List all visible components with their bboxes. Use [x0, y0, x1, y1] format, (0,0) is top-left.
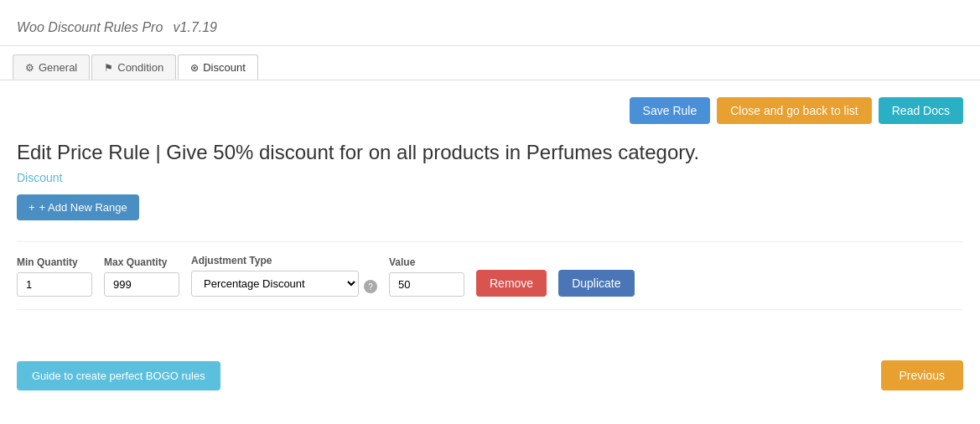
- action-buttons-row: Save Rule Close and go back to list Read…: [17, 97, 963, 124]
- app-title: Woo Discount Rules Pro v1.7.19: [17, 15, 963, 37]
- duplicate-button[interactable]: Duplicate: [558, 270, 634, 297]
- value-group: Value: [389, 256, 464, 297]
- tab-discount-label: Discount: [203, 61, 246, 74]
- min-quantity-group: Min Quantity: [17, 256, 92, 297]
- max-quantity-group: Max Quantity: [104, 256, 179, 297]
- value-label: Value: [389, 256, 464, 268]
- tab-discount[interactable]: ⊛ Discount: [178, 54, 258, 80]
- condition-icon: ⚑: [104, 62, 113, 74]
- min-quantity-label: Min Quantity: [17, 256, 92, 268]
- tab-general-label: General: [39, 61, 77, 74]
- help-icon[interactable]: ?: [364, 280, 377, 293]
- adjustment-type-group: Adjustment Type Percentage Discount Fixe…: [191, 255, 359, 297]
- adjustment-type-select[interactable]: Percentage Discount Fixed Discount Fixed…: [191, 271, 359, 297]
- add-new-range-button[interactable]: + + Add New Range: [17, 194, 139, 220]
- bottom-bar: Guide to create perfect BOGO rules Previ…: [0, 352, 980, 399]
- tab-condition[interactable]: ⚑ Condition: [91, 54, 176, 80]
- add-new-range-label: + Add New Range: [39, 201, 127, 214]
- read-docs-button[interactable]: Read Docs: [879, 97, 963, 124]
- app-version: v1.7.19: [174, 20, 217, 34]
- max-quantity-input[interactable]: [104, 272, 179, 297]
- guide-button[interactable]: Guide to create perfect BOGO rules: [17, 361, 220, 390]
- general-icon: ⚙: [25, 62, 34, 74]
- tab-general[interactable]: ⚙ General: [13, 54, 90, 80]
- value-input[interactable]: [389, 272, 464, 297]
- content-area: Save Rule Close and go back to list Read…: [0, 80, 980, 344]
- remove-button[interactable]: Remove: [476, 270, 547, 297]
- app-name: Woo Discount Rules Pro: [17, 20, 163, 34]
- previous-button[interactable]: Previous: [881, 360, 963, 390]
- section-label: Discount: [17, 171, 963, 184]
- max-quantity-label: Max Quantity: [104, 256, 179, 268]
- adjustment-type-wrap: Adjustment Type Percentage Discount Fixe…: [191, 255, 377, 297]
- range-row: Min Quantity Max Quantity Adjustment Typ…: [17, 241, 963, 310]
- rule-title: Edit Price Rule | Give 50% discount for …: [17, 141, 963, 164]
- close-back-button[interactable]: Close and go back to list: [717, 97, 872, 124]
- min-quantity-input[interactable]: [17, 272, 92, 297]
- tab-condition-label: Condition: [117, 61, 163, 74]
- adjustment-type-label: Adjustment Type: [191, 255, 359, 266]
- header: Woo Discount Rules Pro v1.7.19: [0, 0, 980, 46]
- tabs-bar: ⚙ General ⚑ Condition ⊛ Discount: [0, 46, 980, 80]
- plus-icon: +: [29, 201, 35, 214]
- save-rule-button[interactable]: Save Rule: [630, 97, 711, 124]
- discount-icon: ⊛: [190, 62, 199, 74]
